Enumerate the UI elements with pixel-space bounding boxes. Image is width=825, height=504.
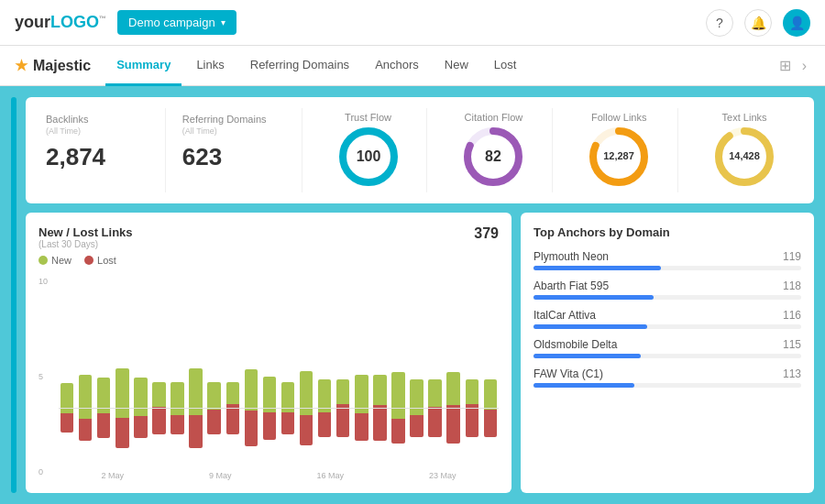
bar-down [318,412,331,437]
citation-flow-label: Citation Flow [465,112,523,123]
trust-flow-label: Trust Flow [345,112,391,123]
bar-up [410,379,423,415]
bar-down [300,415,313,445]
text-links-label: Text Links [722,112,767,123]
legend-new-label: New [51,255,72,266]
bar-down [410,415,423,437]
grid-icon[interactable]: ⊞ [776,53,795,78]
inner-content: Backlinks (All Time) 2,874 Referring Dom… [26,97,814,493]
tab-summary[interactable]: Summary [105,46,182,86]
chevron-down-icon: ▾ [221,17,226,27]
bar-up [336,379,349,404]
bar-down [79,419,92,441]
svg-text:12,287: 12,287 [603,150,634,161]
avatar[interactable]: 👤 [783,9,810,37]
backlinks-value: 2,874 [46,143,105,171]
x-label-16may: 16 May [316,471,344,480]
chart-title: New / Lost Links [38,225,133,239]
anchor-bar-bg [534,324,801,329]
svg-text:82: 82 [485,148,501,164]
x-label-2may: 2 May [101,471,124,480]
chevron-right-icon[interactable]: › [798,54,810,78]
legend-new-dot [38,256,48,265]
stat-trust-flow: Trust Flow 100 [310,108,428,192]
referring-domains-value: 623 [182,143,222,171]
bar-up [263,377,276,412]
anchor-bar-fill [534,354,641,358]
anchors-panel: Top Anchors by Domain Plymouth Neon119Ab… [521,213,814,493]
bar-up [170,382,183,415]
bar-down [170,415,183,434]
bell-icon[interactable]: 🔔 [744,9,772,37]
anchor-item: Abarth Fiat 595118 [534,279,801,300]
stat-referring-domains: Referring Domains (All Time) 623 [173,108,302,192]
bar-down [391,419,404,444]
stat-text-links: Text Links 14,428 [686,108,803,192]
legend-new: New [38,255,72,266]
chart-count: 379 [474,225,499,242]
svg-text:100: 100 [356,148,380,164]
tab-new[interactable]: New [434,46,479,86]
tab-lost[interactable]: Lost [483,46,528,86]
bar-up [484,379,497,410]
bars-wrapper [59,348,499,467]
bar-down [189,415,202,448]
left-accent [11,97,16,493]
zero-line [59,408,499,409]
referring-domains-sublabel: (All Time) [182,126,217,136]
bar-up [428,379,441,407]
bar-down [281,412,294,434]
bar-down [355,413,368,441]
follow-links-chart: 12,287 [587,125,651,189]
tab-links[interactable]: Links [185,46,235,86]
logo: yourLOGO™ [15,13,106,32]
help-icon[interactable]: ? [706,9,733,37]
bar-chart-container: 2 May 9 May 16 May 23 May [59,348,499,480]
bar-up [466,379,478,404]
anchor-bar-bg [534,266,801,270]
bar-down [207,410,220,434]
demo-campaign-button[interactable]: Demo campaign ▾ [117,10,236,35]
tab-anchors[interactable]: Anchors [364,46,430,86]
anchor-item: Oldsmobile Delta115 [534,338,801,358]
anchor-value: 113 [783,367,801,380]
sub-nav: ★ Majestic Summary Links Referring Domai… [0,46,825,86]
tab-referring-domains[interactable]: Referring Domains [239,46,360,86]
bar-down [152,407,165,434]
anchor-item: FAW Vita (C1)113 [534,367,801,388]
anchor-bar-fill [534,266,661,270]
chart-panel: New / Lost Links (Last 30 Days) 379 New … [26,213,512,493]
stat-citation-flow: Citation Flow 82 [434,108,553,192]
trust-flow-chart: 100 [336,125,401,189]
chart-area: 10 5 0 2 May 9 May 16 May 23 [38,273,499,480]
bar-down [446,405,459,444]
anchor-name: Plymouth Neon [534,250,609,263]
legend-lost: Lost [84,255,116,266]
stats-row: Backlinks (All Time) 2,874 Referring Dom… [26,97,814,203]
stat-follow-links: Follow Links 12,287 [560,108,678,192]
bar-up [134,378,147,416]
backlinks-label: Backlinks [46,114,88,125]
backlinks-sublabel: (All Time) [46,126,81,136]
legend-lost-label: Lost [97,255,116,266]
anchor-value: 116 [783,309,801,322]
y-label-0: 0 [38,467,57,477]
bar-down [245,411,258,446]
anchor-bar-fill [534,295,654,300]
anchor-bar-fill [534,383,634,388]
bar-up [391,372,404,419]
anchors-title: Top Anchors by Domain [534,225,801,239]
bar-down [263,412,276,440]
y-axis: 10 5 0 [38,273,57,480]
anchor-item: ItalCar Attiva116 [534,309,801,329]
legend-lost-dot [84,256,94,265]
brand-name: ★ Majestic [15,57,91,74]
svg-text:14,428: 14,428 [729,150,760,161]
anchor-value: 118 [783,279,801,292]
bar-up [79,375,92,419]
y-label-5: 5 [38,372,57,381]
chart-title-group: New / Lost Links (Last 30 Days) [38,225,133,249]
anchor-bar-bg [534,354,801,358]
bar-down [428,407,441,437]
anchor-value: 119 [783,250,801,263]
